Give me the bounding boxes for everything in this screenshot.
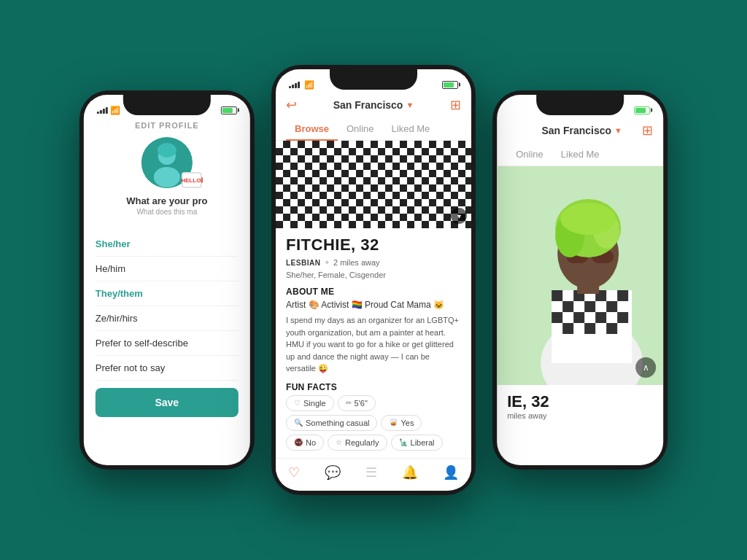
right-notch	[536, 95, 624, 115]
tab-online[interactable]: Online	[338, 117, 383, 140]
edit-profile-title: EDIT PROFILE	[84, 121, 250, 130]
filter-icon[interactable]: ⊞	[450, 97, 461, 113]
location-display[interactable]: San Francisco ▼	[333, 99, 414, 111]
signal-bar-3	[103, 109, 105, 114]
profile-photo-strip[interactable]: ▾	[276, 141, 471, 228]
meta-separator: •	[325, 256, 329, 269]
phone-left-inner: 📶 EDIT PROFILE	[84, 95, 250, 465]
scroll-up-button[interactable]: ∧	[635, 357, 656, 378]
phone-center: 📶 ↩ San Francisco ▼ ⊞ Browse	[271, 65, 476, 495]
location-text: San Francisco	[333, 99, 403, 111]
nav-profile[interactable]: 👤	[437, 463, 465, 482]
nav-heart[interactable]: ♡	[282, 463, 306, 482]
bottom-nav: ♡ 💬 ☰ 🔔 👤	[276, 458, 471, 486]
right-tabs-bar: Online Liked Me	[497, 143, 663, 166]
phone-right: San Francisco ▼ ⊞ Online Liked Me	[492, 90, 667, 470]
tab-liked-me[interactable]: Liked Me	[383, 117, 439, 140]
right-profile-name: IE, 32	[507, 392, 653, 411]
svg-rect-8	[551, 290, 562, 301]
checker-photo	[276, 141, 471, 228]
location-dropdown-icon: ▼	[406, 101, 414, 109]
svg-rect-20	[584, 323, 595, 334]
right-location-display[interactable]: San Francisco ▼	[541, 125, 622, 136]
tab-browse[interactable]: Browse	[286, 117, 338, 140]
pronoun-prefer-not[interactable]: Prefer not to say	[96, 356, 239, 381]
tag-single-label: Single	[303, 399, 326, 408]
left-status-right	[221, 106, 237, 114]
right-tab-online[interactable]: Online	[507, 143, 552, 166]
right-app-header: San Francisco ▼ ⊞	[497, 121, 663, 143]
left-status-left: 📶	[97, 106, 120, 115]
save-button[interactable]: Save	[96, 388, 239, 417]
svg-rect-16	[573, 312, 584, 323]
pronoun-they-them[interactable]: They/them	[96, 281, 239, 306]
svg-point-2	[154, 167, 180, 187]
right-profile-svg	[497, 166, 663, 385]
center-status-left: 📶	[289, 80, 314, 90]
profile-question-sub: What does this ma	[84, 208, 250, 216]
avatar-container: HELLO	[84, 137, 250, 188]
fun-facts-tags: ♡ Single ✏ 5'6" 🔍 Something casual 🥃 Yes	[286, 395, 461, 451]
tag-single: ♡ Single	[286, 395, 334, 411]
tag-height-label: 5'6"	[355, 399, 368, 408]
signal-bars	[97, 106, 108, 114]
svg-point-30	[560, 203, 616, 235]
center-battery-fill	[444, 82, 454, 88]
chevron-up-icon: ∧	[643, 362, 649, 373]
svg-rect-14	[606, 301, 617, 312]
back-icon[interactable]: ↩	[286, 97, 297, 113]
signal-bar-1	[97, 112, 99, 114]
photo-expand-button[interactable]: ▾	[451, 208, 467, 224]
profile-question: What are your pro	[84, 195, 250, 206]
avatar-badge: HELLO	[182, 172, 202, 188]
center-status-right	[442, 81, 458, 89]
tag-smoking: 🚭 No	[286, 435, 324, 451]
right-tab-liked-me[interactable]: Liked Me	[552, 143, 608, 166]
pencil-icon: ✏	[346, 399, 352, 407]
pronoun-he-him[interactable]: He/him	[96, 257, 239, 281]
right-filter-icon[interactable]: ⊞	[642, 122, 653, 139]
tag-exercise-label: Regularly	[345, 438, 379, 447]
svg-rect-12	[562, 301, 573, 312]
about-me-title: ABOUT ME	[286, 287, 461, 297]
svg-rect-15	[551, 312, 562, 323]
center-app-header: ↩ San Francisco ▼ ⊞	[276, 96, 471, 117]
center-notch	[330, 69, 417, 90]
profile-meta: LESBIAN • 2 miles away	[286, 256, 461, 269]
right-distance: miles away	[507, 411, 653, 420]
politics-icon: 🗽	[399, 438, 408, 446]
nav-chat[interactable]: 💬	[319, 463, 347, 482]
pronoun-self-describe[interactable]: Prefer to self-describe	[96, 331, 239, 356]
c-signal-3	[295, 83, 297, 88]
battery-fill	[222, 108, 233, 113]
about-body: I spend my days as an organizer for an L…	[286, 314, 461, 375]
wifi-icon: 📶	[110, 106, 120, 115]
pronouns-text: She/her, Female, Cisgender	[286, 271, 461, 279]
phone-center-inner: 📶 ↩ San Francisco ▼ ⊞ Browse	[276, 69, 471, 491]
right-battery	[634, 106, 650, 114]
fun-facts-title: FUN FACTS	[286, 382, 461, 392]
right-location-text: San Francisco	[541, 125, 611, 136]
profile-content: FITCHIE, 32 LESBIAN • 2 miles away She/h…	[276, 228, 471, 458]
phones-container: 📶 EDIT PROFILE	[45, 25, 702, 535]
signal-bar-4	[106, 107, 108, 114]
right-profile-photo: ∧	[497, 166, 663, 385]
nav-bell[interactable]: 🔔	[396, 463, 424, 482]
pronoun-ze-hir[interactable]: Ze/hir/hirs	[96, 306, 239, 331]
right-battery-fill	[635, 108, 646, 113]
svg-rect-13	[584, 301, 595, 312]
pronoun-she-her[interactable]: She/her	[96, 232, 239, 257]
no-smoke-icon: 🚭	[294, 438, 303, 446]
right-profile-info: IE, 32 miles away	[497, 385, 663, 427]
drink-icon: 🥃	[389, 419, 398, 427]
tabs-bar: Browse Online Liked Me	[276, 117, 471, 141]
phone-right-inner: San Francisco ▼ ⊞ Online Liked Me	[497, 95, 663, 465]
distance-text: 2 miles away	[333, 258, 380, 267]
signal-bar-2	[100, 110, 102, 114]
nav-menu[interactable]: ☰	[360, 463, 383, 482]
c-signal-2	[292, 85, 294, 88]
svg-rect-17	[595, 312, 606, 323]
star-icon: ☆	[336, 438, 342, 446]
c-signal-1	[289, 86, 291, 88]
svg-rect-19	[562, 323, 573, 334]
